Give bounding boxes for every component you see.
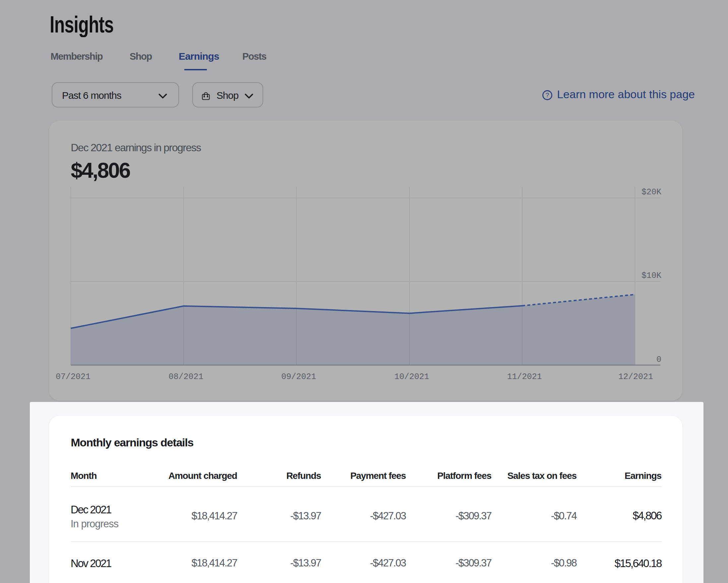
svg-text:$20K: $20K [642,187,661,197]
svg-text:11/2021: 11/2021 [507,372,542,382]
svg-text:08/2021: 08/2021 [168,372,203,382]
svg-text:09/2021: 09/2021 [281,372,316,382]
svg-text:07/2021: 07/2021 [56,372,90,382]
svg-text:10/2021: 10/2021 [394,372,429,382]
svg-text:?: ? [546,91,549,98]
svg-text:0: 0 [656,355,661,364]
svg-text:$10K: $10K [642,271,661,281]
svg-text:12/2021: 12/2021 [618,372,653,382]
